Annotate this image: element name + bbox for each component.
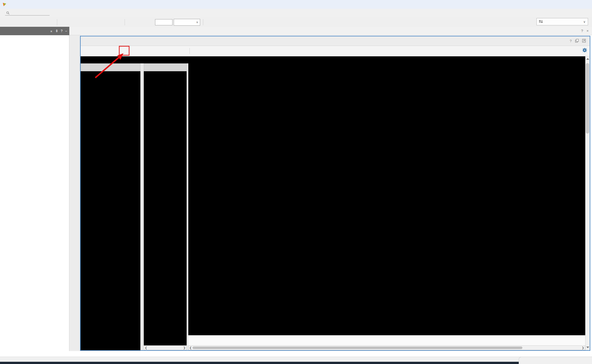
editor-tab-bar: ? bbox=[81, 36, 590, 46]
signal-value-column bbox=[144, 71, 187, 345]
menu-bar bbox=[0, 9, 592, 17]
collapse-all-icon[interactable]: ⌅ bbox=[50, 29, 53, 33]
close-button[interactable] bbox=[579, 0, 592, 9]
flow-navigator bbox=[0, 35, 69, 351]
bottom-dark-band bbox=[0, 362, 592, 364]
help-icon[interactable]: ? bbox=[581, 29, 583, 33]
edit-disabled-icon bbox=[96, 18, 105, 26]
zoom-out-icon[interactable] bbox=[112, 47, 121, 55]
quick-access-search[interactable] bbox=[5, 11, 50, 15]
chevron-down-icon: ∨ bbox=[583, 20, 586, 24]
undo-icon[interactable] bbox=[9, 18, 19, 26]
report-sigma-icon[interactable] bbox=[86, 18, 96, 26]
minimize-panel-icon[interactable]: – bbox=[65, 29, 67, 33]
relaunch-icon[interactable] bbox=[223, 18, 232, 26]
zoom-in-icon[interactable] bbox=[102, 47, 112, 55]
layout-icon bbox=[539, 20, 543, 24]
help-icon[interactable]: ? bbox=[61, 29, 63, 33]
maximize-button[interactable] bbox=[566, 0, 579, 9]
minimize-button[interactable] bbox=[553, 0, 566, 9]
close-panel-icon[interactable]: × bbox=[586, 29, 589, 33]
next-marker-icon bbox=[200, 47, 210, 55]
layout-selector[interactable]: ∨ bbox=[536, 18, 588, 25]
expand-all-icon[interactable]: ⇕ bbox=[55, 29, 58, 33]
value-hscrollbar[interactable]: ❮ ❯ bbox=[144, 345, 187, 350]
run-button[interactable] bbox=[58, 18, 68, 26]
scrollbar-thumb[interactable] bbox=[193, 347, 522, 349]
maximize-panel-icon[interactable] bbox=[582, 39, 586, 43]
run-time-input[interactable] bbox=[155, 19, 173, 25]
go-to-time-icon[interactable] bbox=[131, 47, 140, 55]
simulation-header-bar: ? × bbox=[69, 27, 592, 35]
time-unit-select[interactable]: ∨ bbox=[174, 19, 200, 26]
value-column-header[interactable] bbox=[144, 63, 187, 71]
column-splitter[interactable] bbox=[140, 63, 144, 350]
scroll-up-icon[interactable] bbox=[586, 58, 589, 60]
side-tab-strip bbox=[69, 35, 81, 351]
vivado-logo-icon bbox=[2, 2, 7, 7]
copy-icon[interactable] bbox=[28, 18, 37, 26]
main-toolbar: ∨ bbox=[0, 17, 592, 27]
swap-cursor-icon bbox=[210, 47, 220, 55]
scroll-right-icon[interactable]: ❯ bbox=[182, 346, 186, 349]
bottom-tab-bar bbox=[0, 351, 592, 357]
title-bar bbox=[0, 0, 592, 9]
add-marker-icon[interactable] bbox=[179, 47, 188, 55]
wave-settings-gear-icon[interactable] bbox=[582, 47, 587, 54]
find-icon[interactable] bbox=[83, 47, 92, 55]
scroll-right-icon[interactable]: ❯ bbox=[581, 346, 585, 349]
zoom-fit-icon[interactable] bbox=[121, 47, 131, 55]
settings-gear-icon[interactable] bbox=[77, 18, 86, 26]
add-group-icon[interactable] bbox=[160, 47, 169, 55]
add-divider-icon[interactable] bbox=[169, 47, 179, 55]
scrollbar-thumb[interactable] bbox=[586, 63, 589, 134]
run-all-icon[interactable] bbox=[135, 18, 145, 26]
signal-name-column bbox=[81, 71, 140, 350]
wave-empty-strip bbox=[188, 335, 585, 345]
next-transition-icon[interactable] bbox=[150, 47, 160, 55]
redo-icon[interactable] bbox=[19, 18, 28, 26]
status-bar bbox=[0, 357, 592, 362]
search-icon bbox=[6, 11, 10, 15]
scroll-left-icon[interactable]: ❮ bbox=[144, 346, 148, 349]
chevron-down-icon: ∨ bbox=[196, 21, 198, 24]
eraser-disabled-icon bbox=[105, 18, 114, 26]
wave-hscrollbar[interactable]: ❮ ❯ bbox=[188, 345, 585, 350]
scroll-left-icon[interactable]: ❮ bbox=[189, 346, 193, 349]
open-file-icon[interactable] bbox=[0, 18, 9, 26]
waveform-svg bbox=[188, 56, 585, 335]
save-waveform-icon[interactable] bbox=[92, 47, 102, 55]
generate-bitstream-icon[interactable] bbox=[68, 18, 77, 26]
help-icon[interactable]: ? bbox=[570, 39, 572, 43]
paste-icon[interactable] bbox=[37, 18, 47, 26]
flow-navigator-header: ⌅ ⇕ ? – bbox=[0, 27, 69, 35]
previous-transition-icon[interactable] bbox=[140, 47, 150, 55]
scroll-down-icon[interactable] bbox=[586, 347, 589, 348]
cancel-run-icon[interactable] bbox=[114, 18, 123, 26]
wave-toolbar bbox=[81, 46, 590, 56]
restart-sim-icon[interactable] bbox=[126, 18, 135, 26]
name-column-header[interactable] bbox=[81, 63, 140, 71]
previous-marker-icon bbox=[191, 47, 200, 55]
run-for-time-icon[interactable] bbox=[145, 18, 154, 26]
sim-time-status bbox=[519, 357, 592, 364]
pause-icon bbox=[214, 18, 223, 26]
float-window-icon[interactable] bbox=[575, 39, 579, 43]
delete-icon[interactable] bbox=[47, 18, 56, 26]
step-icon[interactable] bbox=[204, 18, 214, 26]
